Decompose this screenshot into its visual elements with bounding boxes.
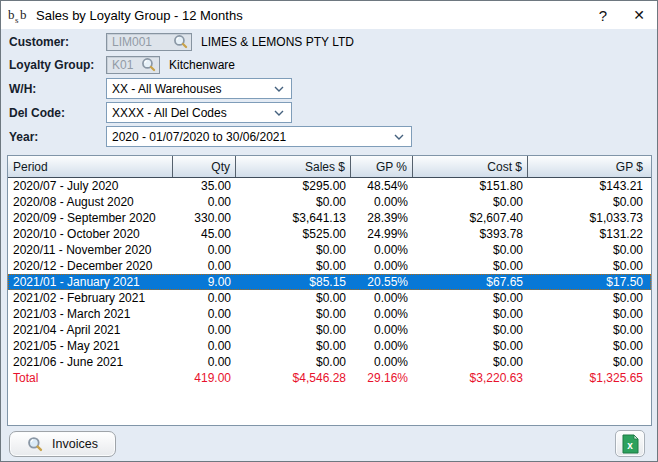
cell-period: 2020/08 - August 2020 [8,195,173,209]
customer-row: Customer: LIM001 LIMES & LEMONS PTY LTD [9,31,354,52]
chevron-down-icon [274,110,284,116]
cell-gp: $131.22 [528,227,651,241]
sales-table: Period Qty Sales $ GP % Cost $ GP $ 2020… [7,155,652,426]
customer-code-value: LIM001 [112,35,152,49]
cell-sales: $0.00 [236,195,351,209]
customer-name: LIMES & LEMONS PTY LTD [201,35,354,49]
table-row[interactable]: 2020/07 - July 2020 35.00 $295.00 48.54%… [8,178,651,194]
table-row[interactable]: 2020/10 - October 2020 45.00 $525.00 24.… [8,226,651,242]
cell-period: 2021/03 - March 2021 [8,307,173,321]
cell-period: 2020/12 - December 2020 [8,259,173,273]
cell-qty: 45.00 [173,227,236,241]
cell-gp-pct: 28.39% [351,211,413,225]
sales-by-loyalty-group-dialog: b s b Sales by Loyalty Group - 12 Months… [0,0,658,462]
cell-gp: $143.21 [528,179,651,193]
table-row[interactable]: 2021/05 - May 2021 0.00 $0.00 0.00% $0.0… [8,338,651,354]
cell-qty: 9.00 [173,275,236,289]
loyalty-group-code-value: K01 [112,58,133,72]
invoices-button[interactable]: Invoices [9,431,116,457]
column-header-sales[interactable]: Sales $ [236,156,351,177]
cell-gp-pct: 0.00% [351,307,413,321]
warehouse-row: W/H: XX - All Warehouses [9,78,292,99]
cell-gp-pct: 20.55% [351,275,413,289]
cell-period: 2020/07 - July 2020 [8,179,173,193]
year-row: Year: 2020 - 01/07/2020 to 30/06/2021 [9,126,412,147]
year-select-value: 2020 - 01/07/2020 to 30/06/2021 [112,130,286,144]
table-row[interactable]: 2021/03 - March 2021 0.00 $0.00 0.00% $0… [8,306,651,322]
cell-gp: $0.00 [528,259,651,273]
cell-qty: 0.00 [173,355,236,369]
cell-gp-pct: 0.00% [351,339,413,353]
total-sales: $4,546.28 [236,371,351,385]
cell-period: 2021/04 - April 2021 [8,323,173,337]
window-title: Sales by Loyalty Group - 12 Months [36,8,585,23]
table-row[interactable]: 2021/06 - June 2021 0.00 $0.00 0.00% $0.… [8,354,651,370]
cell-gp: $1,033.73 [528,211,651,225]
del-code-select-value: XXXX - All Del Codes [112,106,227,120]
cell-qty: 0.00 [173,307,236,321]
cell-gp: $0.00 [528,339,651,353]
column-header-gp-pct[interactable]: GP % [351,156,413,177]
loyalty-group-label: Loyalty Group: [9,58,106,72]
column-header-cost[interactable]: Cost $ [413,156,528,177]
del-code-select[interactable]: XXXX - All Del Codes [106,102,292,123]
table-body: 2020/07 - July 2020 35.00 $295.00 48.54%… [8,178,651,370]
total-cost: $3,220.63 [413,371,528,385]
loyalty-group-code-field[interactable]: K01 [106,56,160,74]
cell-gp-pct: 0.00% [351,355,413,369]
app-icon: b s b [8,7,30,24]
invoices-label: Invoices [52,437,98,451]
cell-gp-pct: 0.00% [351,243,413,257]
cell-sales: $0.00 [236,259,351,273]
cell-sales: $0.00 [236,323,351,337]
del-code-row: Del Code: XXXX - All Del Codes [9,102,292,123]
warehouse-label: W/H: [9,82,106,96]
total-qty: 419.00 [173,371,236,385]
column-header-qty[interactable]: Qty [173,156,236,177]
year-select[interactable]: 2020 - 01/07/2020 to 30/06/2021 [106,126,412,147]
export-excel-button[interactable]: x [615,430,645,457]
cell-qty: 0.00 [173,259,236,273]
cell-period: 2021/05 - May 2021 [8,339,173,353]
cell-gp-pct: 0.00% [351,323,413,337]
table-row[interactable]: 2020/12 - December 2020 0.00 $0.00 0.00%… [8,258,651,274]
cell-period: 2020/10 - October 2020 [8,227,173,241]
cell-sales: $0.00 [236,291,351,305]
warehouse-select[interactable]: XX - All Warehouses [106,78,292,99]
table-row[interactable]: 2020/08 - August 2020 0.00 $0.00 0.00% $… [8,194,651,210]
table-row[interactable]: 2020/11 - November 2020 0.00 $0.00 0.00%… [8,242,651,258]
cell-sales: $525.00 [236,227,351,241]
cell-gp-pct: 0.00% [351,195,413,209]
magnifier-icon [27,436,43,452]
cell-cost: $0.00 [413,195,528,209]
cell-qty: 0.00 [173,339,236,353]
cell-gp: $0.00 [528,323,651,337]
cell-cost: $0.00 [413,339,528,353]
column-header-gp[interactable]: GP $ [528,156,651,177]
cell-period: 2021/06 - June 2021 [8,355,173,369]
table-row[interactable]: 2021/01 - January 2021 9.00 $85.15 20.55… [8,274,651,290]
cell-qty: 0.00 [173,323,236,337]
table-row[interactable]: 2021/04 - April 2021 0.00 $0.00 0.00% $0… [8,322,651,338]
cell-gp: $0.00 [528,195,651,209]
column-header-period[interactable]: Period [8,156,173,177]
magnifier-icon[interactable] [173,34,188,49]
cell-gp-pct: 0.00% [351,291,413,305]
cell-sales: $0.00 [236,355,351,369]
cell-gp-pct: 24.99% [351,227,413,241]
magnifier-icon[interactable] [141,57,156,72]
table-row[interactable]: 2021/02 - February 2021 0.00 $0.00 0.00%… [8,290,651,306]
cell-gp-pct: 48.54% [351,179,413,193]
customer-code-field[interactable]: LIM001 [106,33,192,51]
cell-cost: $0.00 [413,259,528,273]
cell-gp: $17.50 [528,275,651,289]
help-button[interactable]: ? [585,1,621,29]
cell-gp: $0.00 [528,355,651,369]
table-row[interactable]: 2020/09 - September 2020 330.00 $3,641.1… [8,210,651,226]
close-button[interactable]: ✕ [621,1,657,29]
cell-period: 2020/09 - September 2020 [8,211,173,225]
cell-period: 2020/11 - November 2020 [8,243,173,257]
loyalty-group-name: Kitchenware [169,58,235,72]
warehouse-select-value: XX - All Warehouses [112,82,222,96]
cell-cost: $0.00 [413,323,528,337]
